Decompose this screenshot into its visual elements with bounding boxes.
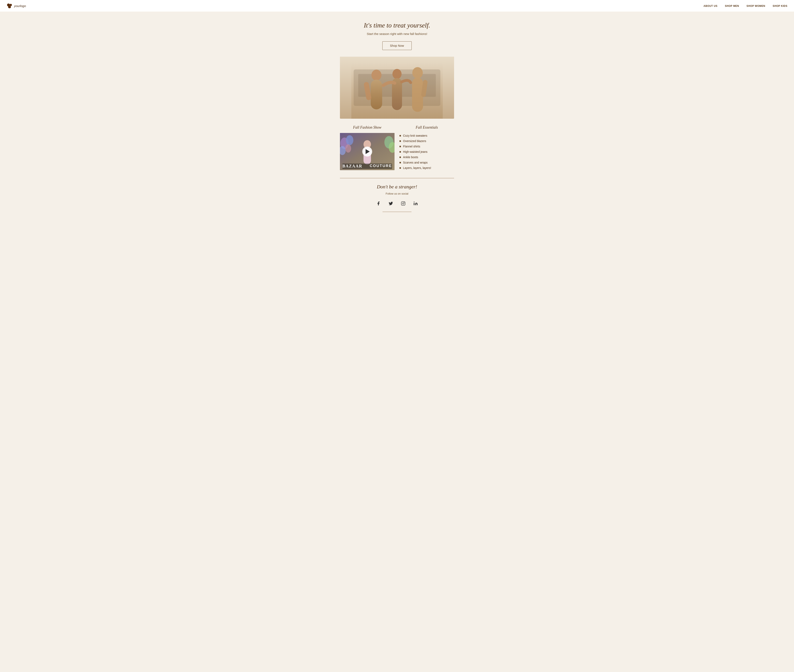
- hero-section: It's time to treat yourself. Start the s…: [335, 11, 459, 57]
- hero-subtitle: Start the season right with new fall fas…: [342, 32, 452, 35]
- video-thumbnail[interactable]: BAZAAR COUTURE: [340, 133, 394, 170]
- svg-point-16: [346, 135, 353, 145]
- logo-text: yourlogo: [14, 4, 26, 8]
- video-label-couture: COUTURE: [370, 164, 392, 168]
- svg-point-26: [404, 202, 405, 203]
- svg-point-2: [8, 6, 11, 8]
- fall-essentials-column: Fall Essentials Cozy knit sweaters Overs…: [400, 125, 454, 171]
- logo[interactable]: yourlogo: [6, 3, 26, 9]
- list-item: Ankle boots: [400, 154, 454, 160]
- fall-fashion-column: Fall Fashion Show: [340, 125, 394, 170]
- bullet-icon: [400, 167, 401, 169]
- instagram-icon[interactable]: [400, 200, 407, 207]
- twitter-icon[interactable]: [387, 200, 394, 207]
- svg-rect-10: [392, 78, 402, 110]
- main-container: It's time to treat yourself. Start the s…: [335, 11, 459, 220]
- play-icon: [366, 149, 370, 154]
- bullet-icon: [400, 135, 401, 136]
- svg-point-1: [10, 4, 12, 6]
- bullet-icon: [400, 157, 401, 158]
- fall-fashion-heading: Fall Fashion Show: [340, 125, 394, 130]
- svg-rect-7: [371, 80, 382, 109]
- fall-essentials-heading: Fall Essentials: [400, 125, 454, 130]
- list-item: Flannel shirts: [400, 144, 454, 149]
- list-item: Layers, layers, layers!: [400, 165, 454, 171]
- social-icons: [340, 200, 454, 207]
- svg-point-11: [412, 67, 423, 78]
- bullet-icon: [400, 151, 401, 153]
- nav-links: ABOUT US SHOP MEN SHOP WOMEN SHOP KIDS: [703, 4, 788, 8]
- shop-now-button[interactable]: Shop Now: [382, 42, 412, 50]
- video-label-bazaar: BAZAAR: [343, 164, 362, 168]
- list-item: High-waisted jeans: [400, 149, 454, 154]
- footer-subtitle: Follow us on social: [340, 192, 454, 195]
- list-item: Cozy knit sweaters: [400, 133, 454, 138]
- svg-point-9: [392, 69, 402, 79]
- bullet-icon: [400, 162, 401, 163]
- play-button[interactable]: [362, 147, 372, 157]
- hero-title: It's time to treat yourself.: [342, 21, 452, 29]
- svg-point-27: [414, 202, 415, 202]
- essentials-list: Cozy knit sweaters Oversized blazers Fla…: [400, 133, 454, 171]
- svg-rect-3: [340, 57, 454, 119]
- svg-rect-24: [401, 202, 405, 205]
- svg-rect-13: [421, 80, 428, 97]
- svg-rect-8: [363, 82, 371, 101]
- hero-image: [340, 57, 454, 119]
- nav-item-women[interactable]: SHOP WOMEN: [746, 4, 765, 8]
- nav-item-about[interactable]: ABOUT US: [703, 4, 717, 8]
- bullet-icon: [400, 146, 401, 147]
- svg-rect-5: [358, 74, 435, 97]
- hero-illustration: [340, 57, 454, 119]
- linkedin-icon[interactable]: [412, 200, 419, 207]
- svg-point-25: [402, 203, 404, 204]
- navigation: yourlogo ABOUT US SHOP MEN SHOP WOMEN SH…: [0, 0, 794, 11]
- nav-item-kids[interactable]: SHOP KIDS: [773, 4, 788, 8]
- list-item: Scarves and wraps: [400, 160, 454, 165]
- bullet-icon: [400, 141, 401, 142]
- nav-item-men[interactable]: SHOP MEN: [725, 4, 739, 8]
- two-column-section: Fall Fashion Show: [335, 125, 459, 171]
- svg-rect-12: [412, 78, 423, 112]
- footer-title: Don't be a stranger!: [340, 184, 454, 190]
- list-item: Oversized blazers: [400, 138, 454, 144]
- svg-rect-4: [354, 69, 440, 106]
- svg-point-6: [371, 70, 381, 81]
- footer: Don't be a stranger! Follow us on social: [335, 184, 459, 220]
- svg-point-18: [345, 144, 351, 153]
- logo-icon: [6, 3, 13, 9]
- hero-image-container: [335, 57, 459, 125]
- section-divider: [340, 178, 454, 178]
- video-label: BAZAAR COUTURE: [343, 164, 392, 168]
- facebook-icon[interactable]: [375, 200, 382, 207]
